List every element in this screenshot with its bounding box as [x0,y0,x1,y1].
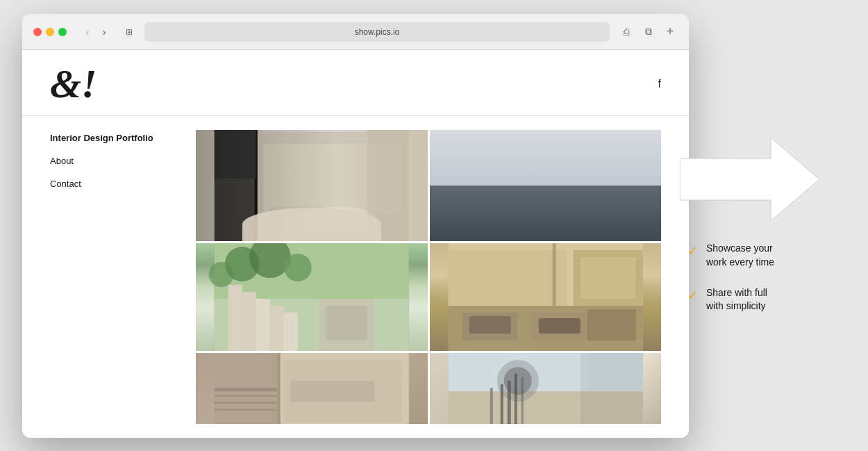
svg-rect-18 [615,172,642,241]
check-text-2: Share with fullwith simplicity [706,286,767,313]
svg-rect-55 [215,395,277,397]
minimize-button[interactable] [46,28,54,36]
svg-rect-11 [448,130,642,186]
svg-rect-44 [587,309,635,341]
site-header: &! f [22,50,689,116]
gallery-item-3[interactable] [196,243,428,351]
svg-point-6 [301,206,378,234]
checklist: ✓ Showcase yourwork every time ✓ Share w… [681,242,774,313]
check-item-1: ✓ Showcase yourwork every time [687,242,774,269]
svg-rect-54 [215,388,277,391]
svg-point-34 [209,262,234,287]
svg-rect-52 [277,353,281,424]
checkmark-icon-2: ✓ [687,288,698,303]
duplicate-button[interactable]: ⧉ [640,24,657,40]
svg-rect-39 [580,257,635,299]
svg-rect-64 [514,374,517,424]
share-button[interactable]: ⎙ [618,24,635,40]
close-button[interactable] [33,28,42,36]
svg-point-33 [284,254,312,281]
new-tab-button[interactable]: + [662,24,678,40]
svg-rect-53 [291,381,374,402]
svg-rect-57 [215,409,277,411]
gallery [196,130,661,424]
svg-rect-10 [448,130,642,241]
svg-rect-30 [326,306,367,341]
svg-rect-24 [228,285,242,351]
traffic-lights [33,28,67,36]
nav-arrows: ‹ › [81,25,111,39]
gallery-item-1[interactable] [196,130,428,241]
tab-icon: ⊞ [122,25,136,39]
browser-window: ‹ › ⊞ show.pics.io ⎙ ⧉ + &! f [22,14,689,438]
svg-rect-63 [507,381,510,424]
svg-rect-12 [559,130,642,186]
svg-rect-7 [367,130,409,241]
url-text: show.pics.io [355,27,400,37]
svg-rect-25 [242,292,256,351]
svg-rect-3 [215,130,256,179]
checkmark-icon-1: ✓ [687,243,698,259]
forward-button[interactable]: › [97,25,111,39]
sidebar-nav: Interior Design Portfolio About Contact [50,133,175,189]
svg-rect-65 [521,377,523,424]
website-content: &! f Interior Design Portfolio About Con… [22,50,689,438]
svg-rect-2 [255,130,258,241]
gallery-item-5[interactable] [196,353,428,424]
right-arrow-icon [681,138,819,221]
gallery-item-2[interactable] [430,130,662,241]
svg-rect-45 [469,316,510,334]
back-button[interactable]: ‹ [81,25,94,39]
svg-rect-15 [587,165,635,186]
facebook-link[interactable]: f [658,78,661,90]
svg-rect-70 [580,391,642,424]
nav-contact[interactable]: Contact [50,179,175,189]
nav-portfolio[interactable]: Interior Design Portfolio [50,133,175,143]
nav-about[interactable]: About [50,156,175,166]
svg-rect-28 [284,313,298,351]
svg-rect-14 [462,192,628,227]
svg-rect-19 [476,213,615,224]
gallery-grid [196,130,661,424]
svg-rect-16 [594,168,628,182]
svg-rect-69 [580,353,642,391]
svg-rect-41 [552,243,556,306]
check-item-2: ✓ Share with fullwith simplicity [687,286,774,313]
site-main: Interior Design Portfolio About Contact [22,116,689,438]
svg-rect-0 [215,130,409,241]
maximize-button[interactable] [58,28,67,36]
svg-rect-8 [262,130,366,132]
sidebar: Interior Design Portfolio About Contact [50,130,175,424]
svg-rect-66 [490,388,492,424]
svg-rect-4 [263,144,402,213]
svg-rect-17 [448,172,476,241]
svg-rect-5 [270,206,353,234]
gallery-item-4[interactable] [430,243,662,351]
gallery-item-6[interactable] [430,353,662,424]
svg-rect-46 [538,318,580,334]
svg-rect-1 [215,130,256,241]
svg-rect-9 [262,140,366,142]
svg-rect-26 [256,299,270,351]
annotation-panel: ✓ Showcase yourwork every time ✓ Share w… [681,0,868,451]
check-text-1: Showcase yourwork every time [706,242,774,269]
svg-rect-67 [500,384,503,424]
site-logo: &! [50,64,97,104]
address-bar[interactable]: show.pics.io [144,22,610,42]
browser-chrome: ‹ › ⊞ show.pics.io ⎙ ⧉ + [22,14,689,50]
browser-actions: ⎙ ⧉ + [618,24,678,40]
svg-rect-27 [270,306,284,351]
svg-rect-56 [215,402,277,404]
svg-marker-71 [681,138,819,221]
svg-rect-40 [448,250,566,306]
svg-rect-13 [448,186,642,241]
